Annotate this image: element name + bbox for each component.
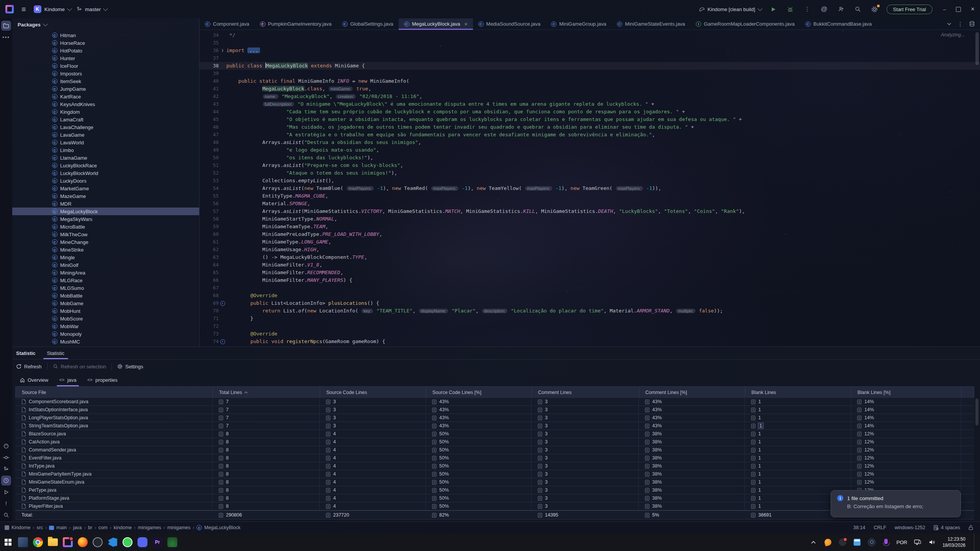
tree-item[interactable]: CMobWar — [12, 322, 199, 330]
tab-megaluckyblock-java[interactable]: CMegaLuckyBlock.java× — [399, 18, 473, 29]
code-line[interactable]: 55 EntityType.MAGMA_CUBE, — [200, 192, 980, 200]
code-line[interactable]: 34 */ — [200, 31, 980, 39]
table-row[interactable]: BlazeSource.java8450%338%112% — [15, 430, 974, 438]
problems-tool-window-button[interactable]: ! — [1, 499, 11, 508]
tree-item[interactable]: CMarketGame — [12, 185, 199, 192]
table-row[interactable]: MiniGamePartyItemType.java8450%338%112% — [15, 470, 974, 478]
tree-item[interactable]: CIceFloor — [12, 62, 199, 70]
run-tool-window-button[interactable] — [1, 487, 11, 497]
tree-item[interactable]: CLimbo — [12, 146, 199, 154]
overriding-method-icon[interactable]: ↑ — [220, 339, 225, 344]
refresh-button[interactable]: Refresh — [16, 364, 42, 370]
code-line[interactable]: 70 return List.of(new LocationInfo( key:… — [200, 307, 980, 315]
tree-item[interactable]: CLuckyBlockRace — [12, 162, 199, 169]
column-header-comment-lines-[interactable]: Comment Lines [%] — [639, 387, 745, 398]
table-row[interactable]: IntStatsOptionInterface.java7343%343%114… — [15, 406, 974, 414]
tree-item[interactable]: CMLGSumo — [12, 284, 199, 292]
taskbar-app-whatsapp[interactable] — [122, 536, 133, 548]
code-line[interactable]: 66 MiniGameFilter.MANY_PLAYERS) { — [200, 276, 980, 284]
clock-widget[interactable]: 12:23:50 18/03/2026 — [942, 536, 965, 548]
code-line[interactable]: 65 MiniGameFilter.RECOMMENDED, — [200, 269, 980, 276]
settings-button[interactable] — [870, 4, 880, 14]
code-line[interactable]: 46 "Mas cuidado, os jogadores de outros … — [200, 123, 980, 131]
ai-assistant-icon[interactable]: @ — [819, 4, 829, 14]
main-menu-button[interactable]: ≡ — [19, 4, 28, 15]
tab-gameroommaploadercomponents-java[interactable]: IGameRoomMapLoaderComponents.java — [690, 18, 800, 29]
debug-button[interactable] — [785, 4, 795, 14]
code-line[interactable]: 54 Arrays.asList(new TeamBlue( maxPlayer… — [200, 185, 980, 192]
code-line[interactable]: 38public class MegaLuckyBlock extends Mi… — [200, 62, 980, 70]
vcs-tool-window-button[interactable] — [1, 441, 11, 451]
taskbar-app-premiere[interactable]: Pr — [152, 536, 163, 548]
table-row[interactable]: LongPlayerStatsOption.java7343%343%114% — [15, 414, 974, 422]
tray-window-app-icon[interactable] — [853, 538, 861, 546]
table-row[interactable]: CommandSender.java8450%338%112% — [15, 446, 974, 454]
tree-item[interactable]: CLuckyDoors — [12, 177, 199, 185]
breadcrumb-item[interactable]: minigames — [167, 525, 190, 530]
code-line[interactable]: 63 () -> MegaLuckyBlockComponent.TYPE, — [200, 253, 980, 261]
tab-minigamestateevents-java[interactable]: CMiniGameStateEvents.java — [612, 18, 690, 29]
code-line[interactable]: 56 Material.SPONGE, — [200, 200, 980, 208]
code-line[interactable]: 53 Collections.emptyList(), — [200, 177, 980, 185]
code-line[interactable]: 60 MiniGamePreLoadType.PRE_LOAD_WITH_LOB… — [200, 231, 980, 238]
code-line[interactable]: 59 MiniGameTeamType.TEAM, — [200, 223, 980, 231]
tree-item[interactable]: CHotPotato — [12, 47, 199, 54]
tree-item[interactable]: CMegaSkyWars — [12, 215, 199, 223]
tab-pumpkingameinventory-java[interactable]: EPumpkinGameInventory.java — [255, 18, 337, 29]
tab-globalsettings-java[interactable]: CGlobalSettings.java — [337, 18, 399, 29]
code-line[interactable]: 42 name: "MegaLuckyBlock", creation: "02… — [200, 93, 980, 100]
tray-expand-button[interactable] — [809, 538, 818, 546]
tree-item[interactable]: CMegaLuckyBlock — [12, 208, 199, 215]
taskbar-app-photos[interactable] — [17, 536, 29, 548]
tree-item[interactable]: CMineChange — [12, 238, 199, 246]
branch-widget[interactable]: master — [77, 7, 107, 12]
editor-scrollbar[interactable] — [975, 32, 979, 65]
table-row[interactable]: CatAction.java8450%338%112% — [15, 438, 974, 446]
find-tool-window-button[interactable] — [1, 510, 11, 520]
code-line[interactable]: 64 MiniGameFilter.V1_8, — [200, 261, 980, 269]
taskbar-app-explorer[interactable] — [47, 536, 59, 548]
code-area[interactable]: 34 */3536❯import ...3738public class Meg… — [200, 31, 980, 345]
column-header-source-code-lines[interactable]: Source Code Lines — [320, 387, 426, 398]
commit-tool-window-button[interactable] — [1, 453, 11, 463]
tree-item[interactable]: CMazeGame — [12, 192, 199, 200]
table-row[interactable]: IntType.java8450%338%112% — [15, 462, 974, 470]
taskbar-app-intellij[interactable] — [62, 536, 74, 548]
tab-mediasoundsource-java[interactable]: CMediaSoundSource.java — [473, 18, 546, 29]
tree-item[interactable]: CMobBattle — [12, 292, 199, 299]
code-line[interactable]: 36❯import ... — [200, 47, 980, 54]
notification-popup[interactable]: i 1 file committed B: Correção em listag… — [831, 490, 961, 517]
code-line[interactable]: 57 Arrays.asList(MiniGameStatistics.VICT… — [200, 208, 980, 215]
project-view-selector[interactable]: Packages — [12, 18, 199, 31]
tree-item[interactable]: CMilkTheCow — [12, 231, 199, 238]
more-actions-button[interactable]: ⋮ — [802, 4, 812, 14]
code-line[interactable]: 68 @Override — [200, 292, 980, 299]
tree-item[interactable]: CKartRace — [12, 93, 199, 100]
minimize-button[interactable]: – — [943, 7, 946, 12]
code-line[interactable]: 72 — [200, 322, 980, 330]
tray-app-orange-icon[interactable] — [824, 538, 832, 546]
tree-item[interactable]: CLavaGame — [12, 131, 199, 139]
windows-start-button[interactable] — [2, 536, 14, 548]
code-line[interactable]: 51 Arrays.asList("Prepare-se com os luck… — [200, 162, 980, 169]
database-icon[interactable] — [969, 21, 975, 27]
code-line[interactable]: 52 "Ataque o totem dos seus inimigos!"), — [200, 169, 980, 177]
code-line[interactable]: 45 "O objetivo é manter a obsidian intac… — [200, 116, 980, 123]
tree-item[interactable]: CLuckyBlockWorld — [12, 169, 199, 177]
tree-item[interactable]: CMineStrike — [12, 246, 199, 253]
indent-widget[interactable]: 4 spaces — [934, 525, 960, 530]
show-desktop-button[interactable] — [974, 533, 976, 551]
panel-tab-statistic[interactable]: Statistic — [46, 347, 66, 359]
project-widget[interactable]: K Kindome — [34, 5, 71, 13]
view-tab-properties[interactable]: <>properties — [83, 373, 121, 386]
tree-item[interactable]: CMiniGolf — [12, 261, 199, 269]
taskbar-app-discord[interactable] — [137, 536, 148, 548]
breadcrumb-item[interactable]: main — [49, 525, 67, 530]
search-everywhere-button[interactable] — [853, 4, 863, 14]
tree-item[interactable]: CMobScore — [12, 315, 199, 322]
statistic-tool-window-button[interactable] — [1, 476, 11, 486]
taskbar-app-firefox[interactable] — [77, 536, 88, 548]
taskbar-app-vscode[interactable] — [107, 536, 118, 548]
volume-icon[interactable] — [928, 538, 936, 546]
code-line[interactable]: 47 "A estratégia e o trabalho em equipe … — [200, 131, 980, 139]
